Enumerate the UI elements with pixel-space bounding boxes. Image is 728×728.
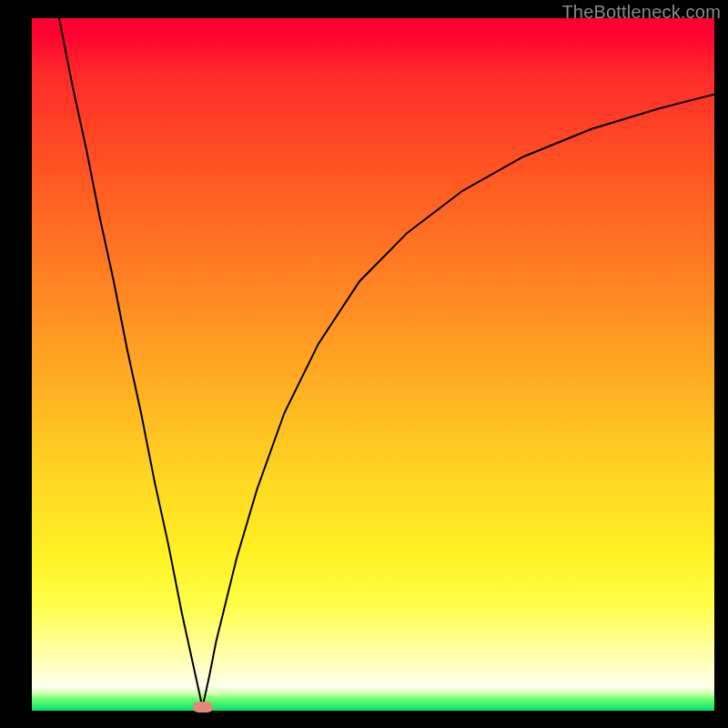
curve-left	[59, 18, 203, 707]
curve-svg	[32, 18, 714, 711]
curve-right	[203, 95, 715, 707]
plot-area	[32, 18, 714, 711]
watermark-text: TheBottleneck.com	[561, 2, 721, 23]
curve-min-marker	[193, 702, 213, 713]
chart-frame: TheBottleneck.com	[0, 0, 728, 728]
